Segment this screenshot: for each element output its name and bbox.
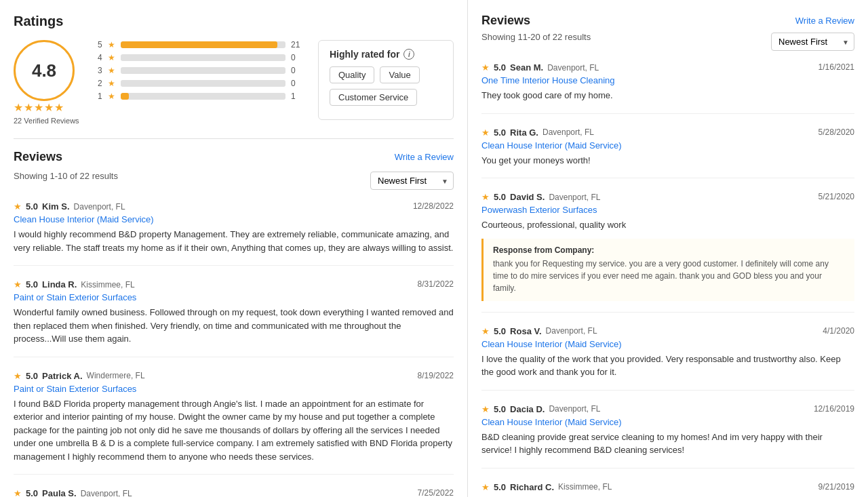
left-sort-wrapper[interactable]: Newest First Oldest First Highest Rated … (370, 172, 454, 190)
review-meta: ★ 5.0 Richard C. Kissimmee, FL 9/21/2019 (481, 482, 854, 492)
reviewer-info: ★ 5.0 Linda R. Kissimmee, FL (14, 279, 135, 290)
reviewer-info: ★ 5.0 David S. Davenport, FL (481, 192, 600, 202)
bar-star-icon: ★ (108, 79, 115, 88)
info-icon[interactable]: i (403, 49, 414, 60)
bar-label: 2 (93, 79, 102, 88)
reviewer-info: ★ 5.0 Patrick A. Windermere, FL (14, 371, 145, 381)
bar-track (121, 67, 285, 74)
review-item: ★ 5.0 Sean M. Davenport, FL 1/16/2021 On… (481, 62, 854, 114)
bar-star-icon: ★ (108, 66, 115, 75)
write-review-link-left[interactable]: Write a Review (395, 152, 454, 162)
review-text: You get your moneys worth! (481, 154, 854, 167)
review-item: ★ 5.0 Rita G. Davenport, FL 5/28/2020 Cl… (481, 127, 854, 179)
response-text: thank you for Requesting my service. you… (493, 258, 845, 294)
bar-count: 0 (291, 79, 304, 88)
bar-count: 21 (291, 40, 304, 49)
review-service-link[interactable]: Clean House Interior (Maid Service) (481, 417, 854, 427)
bar-count: 1 (291, 92, 304, 101)
review-meta: ★ 5.0 Kim S. Davenport, FL 12/28/2022 (14, 201, 454, 212)
review-text: I found B&D Florida property management … (14, 397, 454, 464)
reviewer-name: Paula S. (42, 488, 77, 497)
left-sort-select[interactable]: Newest First Oldest First Highest Rated … (370, 172, 454, 190)
bar-track (121, 93, 285, 100)
right-sort-wrapper[interactable]: Newest First Oldest First Highest Rated … (771, 33, 854, 51)
right-reviews-header: Reviews Write a Review (481, 14, 854, 28)
left-reviews-header: Reviews Write a Review (14, 150, 454, 164)
right-reviews-container: ★ 5.0 Sean M. Davenport, FL 1/16/2021 On… (481, 62, 854, 497)
reviewer-name: Kim S. (42, 201, 69, 212)
bar-track (121, 54, 285, 61)
reviewer-location: Kissimmee, FL (81, 280, 134, 290)
review-text: Courteous, professional, quality work (481, 218, 854, 232)
ratings-title: Ratings (14, 14, 454, 29)
review-service-link[interactable]: Paint or Stain Exterior Surfaces (14, 292, 454, 302)
review-item: ★ 5.0 Linda R. Kissimmee, FL 8/31/2022 P… (14, 279, 454, 357)
tag-value: Value (380, 66, 419, 83)
divider-1 (14, 138, 454, 139)
reviewer-location: Kissimmee, FL (558, 482, 612, 492)
company-response: Response from Company: thank you for Req… (481, 239, 854, 301)
review-service-link[interactable]: Clean House Interior (Maid Service) (481, 140, 854, 151)
reviewer-info: ★ 5.0 Rita G. Davenport, FL (481, 127, 594, 138)
review-date: 12/28/2022 (413, 201, 454, 211)
bar-row: 1 ★ 1 (93, 92, 304, 101)
right-reviews-title: Reviews (481, 14, 530, 28)
review-date: 8/31/2022 (418, 279, 454, 289)
review-star-icon: ★ (14, 201, 22, 212)
write-review-link-right[interactable]: Write a Review (795, 16, 854, 26)
review-text: I would highly recommend B&D property Ma… (14, 228, 454, 254)
review-star-icon: ★ (481, 62, 490, 73)
highly-rated-header: Highly rated for i (330, 49, 442, 60)
review-text: They took good care of my home. (481, 89, 854, 102)
bar-row: 2 ★ 0 (93, 79, 304, 88)
review-service-link[interactable]: Paint or Stain Exterior Surfaces (14, 384, 454, 394)
review-item: ★ 5.0 Dacia D. Davenport, FL 12/16/2019 … (481, 404, 854, 469)
reviewer-location: Davenport, FL (74, 202, 125, 212)
reviewer-score: 5.0 (494, 482, 506, 492)
bar-track (121, 80, 285, 87)
bar-count: 0 (291, 66, 304, 75)
rating-stars: ★★★★★ (14, 101, 79, 114)
reviewer-score: 5.0 (494, 127, 506, 138)
review-item: ★ 5.0 Kim S. Davenport, FL 12/28/2022 Cl… (14, 201, 454, 266)
review-date: 4/1/2020 (823, 326, 854, 336)
review-date: 9/21/2019 (818, 482, 854, 492)
review-star-icon: ★ (481, 326, 490, 336)
review-date: 1/16/2021 (818, 62, 854, 72)
bar-label: 3 (93, 66, 102, 75)
reviewer-location: Davenport, FL (549, 404, 600, 414)
review-service-link[interactable]: One Time Interior House Cleaning (481, 75, 854, 85)
review-service-link[interactable]: Clean House Interior (Maid Service) (14, 214, 454, 224)
review-service-link[interactable]: Powerwash Exterior Surfaces (481, 205, 854, 215)
reviewer-name: Richard C. (510, 482, 554, 492)
review-item: ★ 5.0 Patrick A. Windermere, FL 8/19/202… (14, 371, 454, 475)
reviewer-location: Davenport, FL (542, 127, 594, 137)
right-sort-select[interactable]: Newest First Oldest First Highest Rated … (771, 33, 854, 51)
reviewer-score: 5.0 (26, 488, 38, 497)
rating-count: 22 Verified Reviews (14, 117, 79, 125)
reviewer-info: ★ 5.0 Kim S. Davenport, FL (14, 201, 125, 212)
rating-circle: 4.8 (14, 40, 75, 101)
reviewer-score: 5.0 (494, 404, 506, 414)
response-label: Response from Company: (493, 245, 845, 255)
review-meta: ★ 5.0 Rita G. Davenport, FL 5/28/2020 (481, 127, 854, 138)
review-text: I love the quality of the work that you … (481, 353, 854, 379)
reviewer-score: 5.0 (494, 62, 506, 73)
reviewer-name: Dacia D. (510, 404, 545, 414)
review-star-icon: ★ (14, 371, 22, 381)
bars-section: 5 ★ 21 4 ★ 0 3 ★ 0 2 ★ 0 1 ★ 1 (93, 40, 304, 104)
bar-star-icon: ★ (108, 53, 115, 62)
highly-rated-box: Highly rated for i QualityValue Customer… (318, 40, 454, 120)
bar-label: 4 (93, 53, 102, 62)
bar-track (121, 41, 285, 48)
reviewer-name: Patrick A. (42, 371, 83, 381)
review-item: ★ 5.0 David S. Davenport, FL 5/21/2020 P… (481, 192, 854, 313)
review-meta: ★ 5.0 Patrick A. Windermere, FL 8/19/202… (14, 371, 454, 381)
review-meta: ★ 5.0 Dacia D. Davenport, FL 12/16/2019 (481, 404, 854, 414)
review-date: 7/25/2022 (418, 488, 454, 497)
reviewer-info: ★ 5.0 Dacia D. Davenport, FL (481, 404, 600, 414)
right-sort-row: Showing 11-20 of 22 results Newest First… (481, 32, 854, 52)
review-service-link[interactable]: Clean House Interior (Maid Service) (481, 495, 854, 498)
review-service-link[interactable]: Clean House Interior (Maid Service) (481, 339, 854, 349)
review-star-icon: ★ (14, 279, 22, 290)
